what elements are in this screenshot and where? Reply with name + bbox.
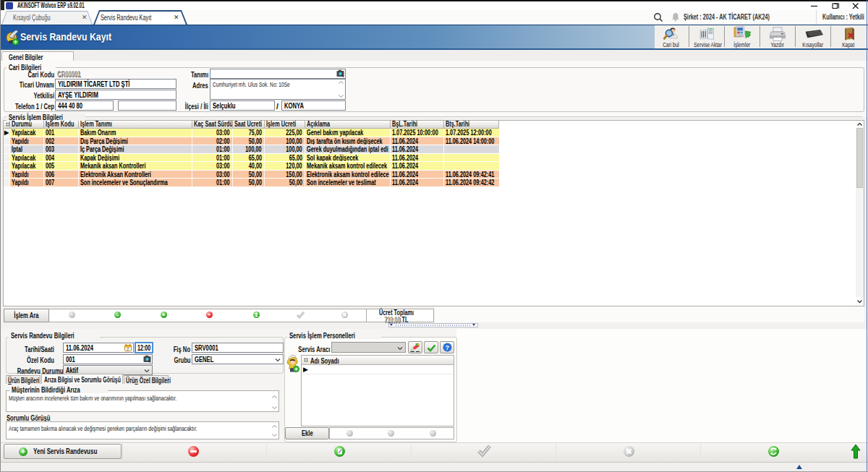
svg-text:?: ? xyxy=(445,344,449,351)
